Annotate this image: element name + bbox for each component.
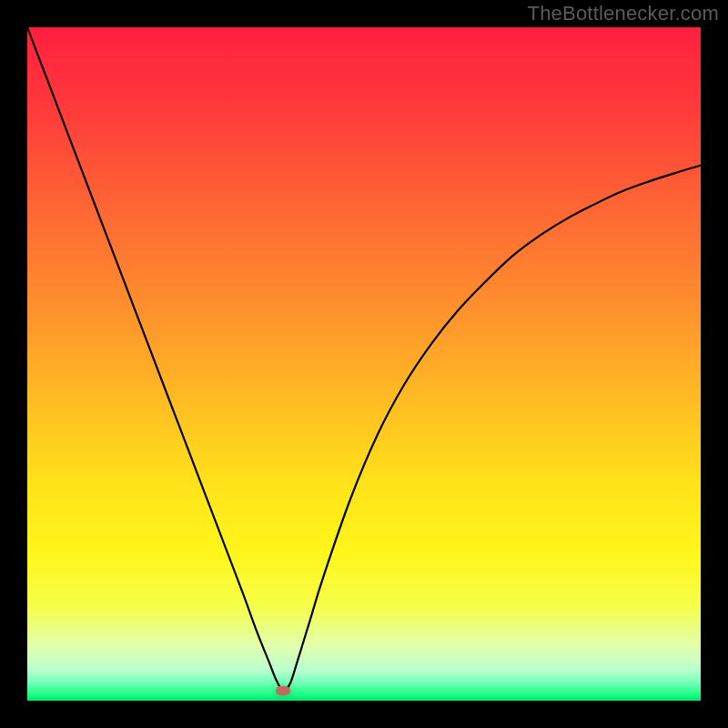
minimum-marker: [276, 686, 290, 695]
bottleneck-curve: [27, 27, 701, 691]
chart-container: TheBottlenecker.com: [0, 0, 728, 728]
plot-area: [27, 27, 701, 701]
curve-layer: [27, 27, 701, 701]
watermark-text: TheBottlenecker.com: [528, 2, 719, 25]
